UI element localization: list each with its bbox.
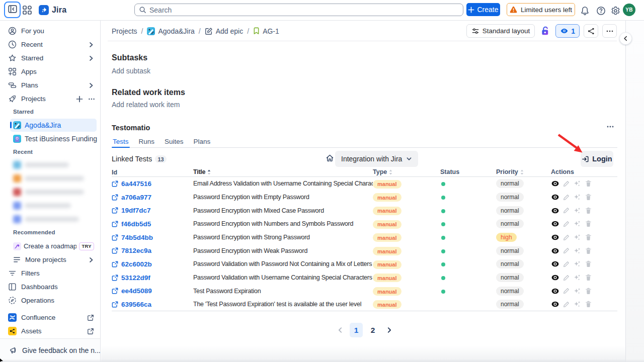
test-id-link[interactable]: 53122d9f — [121, 274, 150, 282]
column-header-id[interactable]: Id — [112, 169, 117, 176]
limited-users-button[interactable]: Limited users left — [507, 3, 575, 16]
ai-action-button[interactable] — [573, 179, 581, 188]
view-test-button[interactable] — [551, 287, 559, 295]
test-id-link[interactable]: ee4d5089 — [121, 287, 152, 295]
test-id-link[interactable]: f46db5d5 — [121, 220, 151, 228]
breadcrumb-project[interactable]: Agoda&Jira — [147, 27, 194, 35]
external-link-icon[interactable] — [112, 207, 118, 214]
expand-panel-button[interactable] — [619, 32, 632, 45]
external-link-icon[interactable] — [112, 288, 118, 294]
sidebar-toggle-button[interactable] — [4, 2, 21, 18]
unlocked-icon[interactable] — [540, 26, 550, 36]
delete-test-button[interactable] — [584, 233, 592, 241]
tab-tests[interactable]: Tests — [112, 138, 130, 147]
ai-action-button[interactable] — [573, 193, 581, 201]
delete-test-button[interactable] — [584, 274, 592, 282]
view-test-button[interactable] — [551, 260, 559, 268]
view-test-button[interactable] — [551, 300, 559, 308]
test-id-link[interactable]: 6a447516 — [121, 180, 151, 188]
pagination-prev-button[interactable] — [334, 323, 346, 337]
view-test-button[interactable] — [551, 247, 559, 255]
edit-test-button[interactable] — [562, 207, 570, 215]
ai-action-button[interactable] — [573, 260, 581, 268]
column-header-title[interactable]: Title — [193, 168, 205, 175]
edit-test-button[interactable] — [562, 220, 570, 228]
pagination-page-1[interactable]: 1 — [350, 323, 363, 337]
tab-suites[interactable]: Suites — [164, 138, 185, 147]
external-link-icon[interactable] — [112, 221, 118, 227]
ai-action-button[interactable] — [573, 247, 581, 255]
delete-test-button[interactable] — [584, 287, 592, 295]
sidebar-project-agoda-jira[interactable]: Agoda&Jira — [10, 119, 97, 132]
sidebar-item-plans[interactable]: Plans — [0, 78, 100, 92]
feedback-footer[interactable]: Give feedback on the n... — [0, 338, 100, 362]
app-switcher-button[interactable] — [23, 6, 32, 15]
edit-test-button[interactable] — [562, 233, 570, 241]
external-link-icon[interactable] — [112, 275, 118, 281]
recent-project-blurred[interactable] — [0, 158, 100, 171]
view-test-button[interactable] — [551, 179, 559, 188]
sidebar-item-filters[interactable]: Filters — [0, 266, 100, 280]
breadcrumb-projects[interactable]: Projects — [112, 27, 137, 35]
notifications-button[interactable] — [580, 6, 590, 16]
edit-test-button[interactable] — [562, 193, 570, 201]
delete-test-button[interactable] — [584, 247, 592, 255]
view-test-button[interactable] — [551, 207, 559, 215]
external-link-icon[interactable] — [112, 180, 118, 187]
external-link-icon[interactable] — [112, 234, 118, 241]
ai-action-button[interactable] — [573, 274, 581, 282]
sidebar-item-create-roadmap[interactable]: Create a roadmap TRY — [0, 239, 100, 253]
delete-test-button[interactable] — [584, 260, 592, 268]
create-button[interactable]: Create — [466, 3, 500, 16]
recent-project-blurred[interactable] — [0, 199, 100, 212]
pagination-next-button[interactable] — [383, 323, 395, 337]
jira-logo-icon[interactable] — [39, 5, 49, 15]
sidebar-item-assets[interactable]: Assets — [0, 324, 100, 338]
sidebar-item-recent[interactable]: Recent — [0, 38, 100, 51]
edit-test-button[interactable] — [562, 260, 570, 268]
test-id-link[interactable]: a706a977 — [121, 194, 151, 201]
test-id-link[interactable]: 19df7dc7 — [121, 207, 151, 214]
sidebar-item-more-projects[interactable]: More projects — [0, 253, 100, 266]
share-button[interactable] — [584, 24, 598, 38]
add-subtask-link[interactable]: Add subtask — [112, 67, 150, 75]
ai-action-button[interactable] — [573, 287, 581, 295]
sidebar-item-projects[interactable]: Projects — [0, 92, 100, 106]
add-project-icon[interactable] — [76, 96, 83, 103]
recent-project-blurred[interactable] — [0, 212, 100, 226]
tab-runs[interactable]: Runs — [138, 138, 156, 147]
watchers-button[interactable]: 1 — [555, 24, 580, 38]
delete-test-button[interactable] — [584, 207, 592, 215]
delete-test-button[interactable] — [584, 193, 592, 201]
add-related-work-item-link[interactable]: Add related work item — [112, 101, 180, 109]
recent-project-blurred[interactable] — [0, 185, 100, 199]
view-test-button[interactable] — [551, 220, 559, 228]
test-id-link[interactable]: 7812ec9a — [121, 247, 151, 254]
edit-test-button[interactable] — [562, 179, 570, 188]
external-link-icon[interactable] — [112, 247, 118, 254]
ai-action-button[interactable] — [573, 300, 581, 308]
sidebar-item-confluence[interactable]: Confluence — [0, 311, 100, 324]
more-actions-button[interactable] — [602, 24, 617, 38]
ai-action-button[interactable] — [573, 220, 581, 228]
sidebar-item-dashboards[interactable]: Dashboards — [0, 280, 100, 294]
recent-project-blurred[interactable] — [0, 171, 100, 185]
pagination-page-2[interactable]: 2 — [366, 323, 379, 337]
edit-test-button[interactable] — [562, 287, 570, 295]
standard-layout-button[interactable]: Standard layout — [466, 24, 535, 38]
tab-plans[interactable]: Plans — [193, 138, 212, 147]
sidebar-item-for-you[interactable]: For you — [0, 24, 100, 38]
breadcrumb-add-epic[interactable]: Add epic — [205, 27, 243, 35]
project-dropdown[interactable]: Integration with Jira — [335, 151, 418, 167]
sidebar-item-operations[interactable]: Operations — [0, 294, 100, 307]
view-test-button[interactable] — [551, 233, 559, 241]
delete-test-button[interactable] — [584, 300, 592, 308]
edit-test-button[interactable] — [562, 300, 570, 308]
ai-action-button[interactable] — [573, 233, 581, 241]
column-header-type[interactable]: Type — [373, 168, 387, 175]
more-projects-menu-icon[interactable] — [88, 96, 95, 103]
external-link-icon[interactable] — [112, 301, 118, 308]
view-test-button[interactable] — [551, 193, 559, 201]
test-id-link[interactable]: 62c6002b — [121, 260, 152, 268]
external-link-icon[interactable] — [112, 261, 118, 267]
